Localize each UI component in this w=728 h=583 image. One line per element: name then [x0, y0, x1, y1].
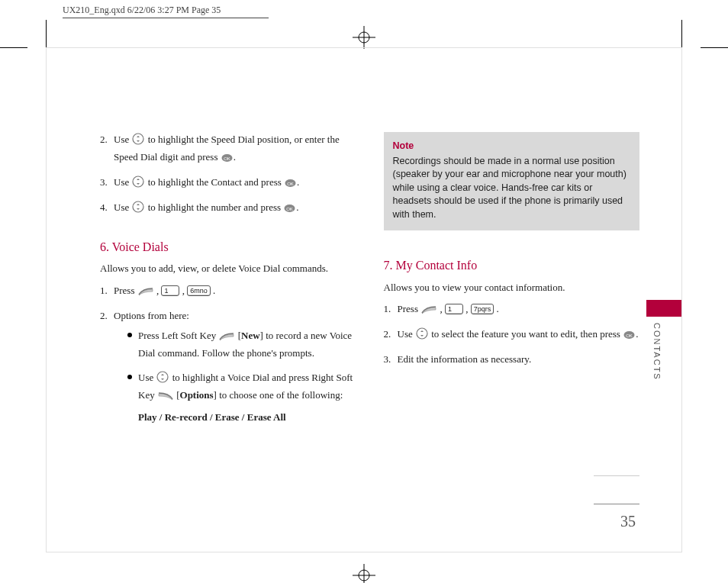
page-number-rule-icon — [594, 504, 639, 504]
right-softkey-icon — [158, 390, 173, 405]
left-softkey-icon — [219, 330, 234, 346]
page-number: 35 — [620, 513, 636, 530]
svg-text:OK: OK — [224, 156, 230, 161]
key-1-icon: 1 — [445, 304, 463, 314]
side-rule-icon — [594, 475, 639, 476]
mc-step-1: 1. Press , 1 , 7pqrs . — [384, 301, 640, 319]
mc-step-2: 2. Use to select the feature you want to… — [384, 327, 640, 344]
note-title: Note — [393, 140, 631, 153]
nav-icon — [416, 327, 428, 344]
vd-options: Press Left Soft Key [New] to record a ne… — [114, 328, 356, 426]
vd-step-2: 2. Options from here: Press Left Soft Ke… — [100, 308, 356, 426]
note-box: Note Recordings should be made in a norm… — [384, 132, 640, 230]
vd-option-new: Press Left Soft Key [New] to record a ne… — [127, 328, 356, 361]
vd-step-1: 1. Press , 1 , 6mno . — [100, 283, 356, 301]
my-contact-steps: 1. Press , 1 , 7pqrs . 2. Use to select … — [384, 301, 640, 367]
voice-dials-intro: Allows you to add, view, or delete Voice… — [100, 261, 356, 276]
ok-icon: OK — [284, 202, 295, 217]
nav-icon — [132, 133, 144, 150]
right-column: Note Recordings should be made in a norm… — [384, 132, 640, 434]
key-1-icon: 1 — [161, 285, 179, 296]
svg-point-9 — [133, 201, 143, 212]
page-frame: 2. Use to highlight the Speed Dial posit… — [46, 47, 682, 552]
step-4: 4. Use to highlight the number and press… — [100, 200, 356, 217]
ok-icon: OK — [221, 152, 233, 167]
svg-text:OK: OK — [287, 207, 294, 211]
registration-mark-bottom-icon — [353, 564, 375, 583]
mc-step-3: 3. Edit the information as necessary. — [384, 352, 640, 367]
section-side-label: CONTACTS — [652, 323, 662, 381]
nav-icon — [156, 371, 169, 388]
heading-my-contact-info: 7. My Contact Info — [384, 256, 640, 275]
svg-text:OK: OK — [626, 333, 633, 338]
note-body: Recordings should be made in a normal us… — [393, 156, 627, 220]
step-3: 3. Use to highlight the Contact and pres… — [100, 175, 356, 192]
registration-mark-top-icon — [353, 26, 375, 49]
svg-text:OK: OK — [287, 182, 294, 186]
svg-point-3 — [133, 134, 143, 144]
my-contact-intro: Allows you to view your contact informat… — [384, 280, 640, 295]
left-column: 2. Use to highlight the Speed Dial posit… — [100, 132, 356, 434]
ok-icon: OK — [285, 177, 296, 192]
left-softkey-icon — [138, 285, 153, 301]
nav-icon — [132, 201, 144, 217]
vd-options-list: Play / Re-record / Erase / Erase All — [138, 410, 356, 425]
key-6-icon: 6mno — [187, 285, 211, 296]
vd-option-options: Use to highlight a Voice Dial and press … — [127, 370, 356, 425]
svg-point-12 — [157, 372, 168, 382]
print-slug: UX210_Eng.qxd 6/22/06 3:27 PM Page 35 — [63, 5, 269, 18]
left-softkey-icon — [421, 304, 436, 319]
key-7-icon: 7pqrs — [471, 304, 494, 314]
svg-point-6 — [133, 176, 143, 187]
continued-steps: 2. Use to highlight the Speed Dial posit… — [100, 132, 356, 218]
step-2: 2. Use to highlight the Speed Dial posit… — [100, 132, 356, 167]
section-tab — [646, 300, 681, 317]
voice-dials-steps: 1. Press , 1 , 6mno . 2. Options from he… — [100, 283, 356, 426]
heading-voice-dials: 6. Voice Dials — [100, 238, 356, 257]
ok-icon: OK — [623, 329, 635, 344]
nav-icon — [132, 176, 144, 192]
svg-point-13 — [417, 328, 427, 339]
